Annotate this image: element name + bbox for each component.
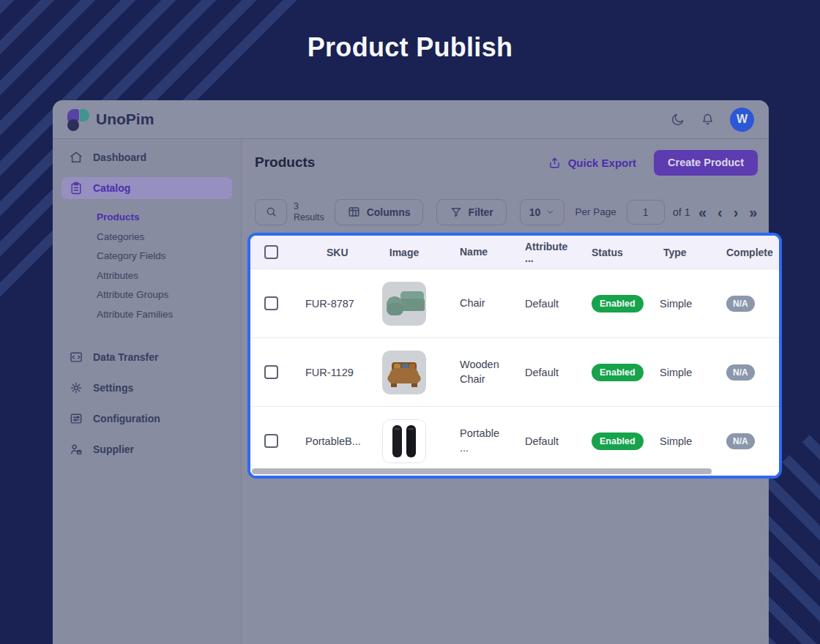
filter-button[interactable]: Filter [436,199,507,225]
results-number: 3 [294,201,324,212]
columns-button[interactable]: Columns [335,199,423,225]
sidebar-subitem-attributes[interactable]: Attributes [61,266,232,286]
sidebar-subitem-attribute-groups[interactable]: Attribute Groups [61,285,232,305]
next-page-icon[interactable]: › [734,205,739,220]
status-badge-enabled: Enabled [592,295,644,312]
cell-type: Simple [644,435,707,447]
sidebar-item-label: Settings [93,382,133,394]
per-page-value: 10 [529,206,541,218]
page-number-input[interactable]: 1 [627,200,665,225]
cell-type: Simple [644,298,707,310]
status-badge-enabled: Enabled [592,433,644,450]
table-row[interactable]: PortableB... Portable ... Default Enable… [250,407,779,476]
cell-name: Wooden Chair [439,358,507,386]
home-icon [69,150,83,165]
cell-type: Simple [644,367,707,378]
results-count: 3 Results [294,201,324,223]
page-title: Product Publish [0,32,820,63]
sidebar-item-supplier[interactable]: Supplier [61,438,232,460]
catalog-submenu: Products Categories Category Fields Attr… [61,208,232,324]
cell-sku: PortableB... [291,435,369,447]
horizontal-scrollbar-thumb[interactable] [252,468,712,474]
create-product-button[interactable]: Create Product [654,150,758,176]
status-badge-enabled: Enabled [592,364,644,381]
cell-name: Chair [439,296,507,311]
quick-export-button[interactable]: Quick Export [548,156,636,170]
cell-attribute-family: Default [507,298,575,310]
cell-sku: FUR-8787 [291,298,369,310]
gear-icon [69,381,83,395]
row-checkbox[interactable] [264,365,278,379]
completeness-badge: N/A [726,364,755,381]
sidebar-item-label: Dashboard [93,151,146,163]
data-transfer-icon [69,350,83,364]
columns-table-icon [347,205,361,219]
row-checkbox[interactable] [264,434,278,448]
first-page-icon[interactable]: « [698,205,707,220]
unopim-logo[interactable]: UnoPim [67,108,154,131]
sidebar-subitem-category-fields[interactable]: Category Fields [61,247,232,266]
sidebar-item-label: Catalog [93,182,130,194]
column-header-name[interactable]: Name [439,245,507,259]
grid-toolbar: 3 Results Columns Filter 10 [255,198,758,225]
clipboard-icon [69,181,83,195]
sidebar-subitem-attribute-families[interactable]: Attribute Families [61,305,232,325]
supplier-person-icon [69,442,83,457]
filter-funnel-icon [450,206,463,219]
column-header-attribute-family[interactable]: Attribute ... [507,241,575,264]
sidebar-item-label: Supplier [93,443,134,455]
topbar-actions: W [670,108,754,132]
sidebar-subitem-categories[interactable]: Categories [61,228,232,247]
table-row[interactable]: FUR-1129 Wooden Chair Default Enabled Si… [250,338,779,407]
last-page-icon[interactable]: » [749,205,757,220]
columns-label: Columns [367,206,411,218]
filter-label: Filter [469,206,493,218]
search-icon [264,205,278,219]
page-total-label: of 1 [673,206,690,218]
select-all-checkbox[interactable] [264,245,278,259]
sidebar-item-label: Data Transfer [93,351,158,363]
sidebar-subitem-products[interactable]: Products [61,208,232,228]
sidebar-item-dashboard[interactable]: Dashboard [61,146,232,168]
portable-speaker-product-image[interactable] [382,419,426,463]
sidebar: Dashboard Catalog Products Categories Ca… [53,139,242,644]
logo-text: UnoPim [96,111,154,128]
sidebar-item-data-transfer[interactable]: Data Transfer [61,346,232,368]
per-page-select[interactable]: 10 [520,199,565,225]
green-chair-product-image[interactable] [382,282,426,326]
column-header-completeness[interactable]: Complete [707,247,779,258]
sliders-icon [69,411,83,426]
completeness-badge: N/A [726,296,755,312]
sidebar-item-settings[interactable]: Settings [61,377,232,399]
dark-mode-moon-icon[interactable] [670,112,685,127]
wooden-chair-product-image[interactable] [382,351,426,394]
column-header-type[interactable]: Type [644,247,707,258]
table-header-row: SKU Image Name Attribute ... Status Type… [250,236,779,269]
row-checkbox[interactable] [264,296,278,310]
export-upload-icon [548,156,562,170]
chevron-down-icon [545,207,555,217]
sidebar-item-configuration[interactable]: Configuration [61,408,232,430]
cell-attribute-family: Default [507,367,575,378]
completeness-badge: N/A [726,433,755,449]
per-page-label: Per Page [575,206,616,217]
sidebar-item-label: Configuration [93,413,160,424]
notifications-bell-icon[interactable] [700,112,715,127]
quick-export-label: Quick Export [568,157,636,169]
search-button[interactable] [255,199,287,225]
cell-sku: FUR-1129 [291,367,369,378]
main-header: Products Quick Export Create Product [255,149,758,176]
column-header-image[interactable]: Image [369,247,439,258]
table-row[interactable]: FUR-8787 Chair Default Enabled Simple N/… [250,269,779,338]
column-header-sku[interactable]: SKU [291,247,369,258]
cell-attribute-family: Default [507,435,575,447]
unopim-logo-icon [67,108,90,131]
sidebar-item-catalog[interactable]: Catalog [61,177,232,199]
previous-page-icon[interactable]: ‹ [718,205,723,220]
app-topbar: UnoPim W [53,100,769,139]
products-page-title: Products [255,154,315,171]
user-avatar[interactable]: W [730,108,754,132]
column-header-status[interactable]: Status [575,247,644,258]
products-table-highlighted[interactable]: SKU Image Name Attribute ... Status Type… [247,233,782,479]
results-label: Results [294,212,324,223]
